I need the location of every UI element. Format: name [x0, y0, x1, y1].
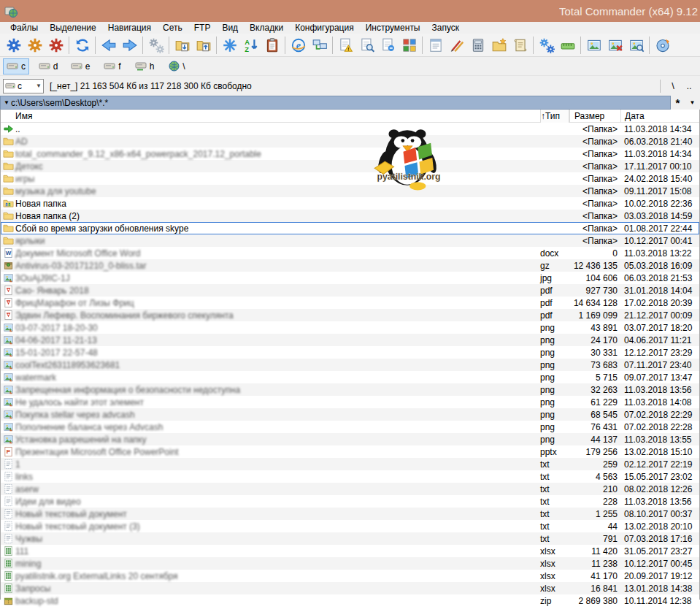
chevron-down-icon[interactable]: ▼: [36, 83, 42, 89]
calculator-icon[interactable]: [467, 35, 488, 56]
gears-gray-icon[interactable]: [145, 35, 166, 56]
menu-item-6[interactable]: Вид: [216, 23, 244, 33]
file-row[interactable]: backup-stdzip2 869 38010.11.2014 12:38: [1, 594, 699, 607]
favorites-button[interactable]: *: [676, 99, 680, 107]
refresh-icon[interactable]: [72, 35, 93, 56]
cd-burn-icon[interactable]: [652, 35, 673, 56]
network-pc-icon[interactable]: [309, 35, 330, 56]
toolbar-separator: [69, 37, 69, 54]
arrow-left-icon[interactable]: [98, 35, 119, 56]
column-header-size[interactable]: Размер: [569, 110, 620, 123]
file-row[interactable]: Antivirus-03-20171210_0-bliss.targz12 43…: [1, 259, 699, 272]
file-row[interactable]: 1txt25902.12.2017 22:19: [1, 458, 699, 470]
file-row[interactable]: Не удалось найти этот элементpng61 22911…: [1, 396, 699, 408]
toolbar-separator: [169, 37, 169, 54]
file-row[interactable]: Новая папка<Папка>10.02.2018 22:36: [1, 197, 699, 210]
file-row[interactable]: Новый текстовый документ (3)txt4413.02.2…: [1, 520, 699, 532]
sort-az-icon[interactable]: AZ: [240, 35, 261, 56]
file-row[interactable]: Новая папка (2)<Папка>03.03.2018 14:59: [1, 210, 699, 222]
gear-orange-icon[interactable]: [24, 35, 45, 56]
drive-button-h[interactable]: h: [131, 58, 158, 74]
drive-button-network[interactable]: \: [164, 58, 190, 74]
ruler-green-icon[interactable]: [557, 35, 578, 56]
file-row[interactable]: PПрезентация Microsoft Office PowerPoint…: [1, 445, 699, 458]
file-row[interactable]: ФрицМарафон от Лизы Фрицpdf14 634 12817.…: [1, 297, 699, 309]
file-row[interactable]: pyatilistnik.org ExternalLinks 20 сентяб…: [1, 570, 699, 582]
drive-selector[interactable]: c ▼: [3, 79, 44, 93]
pack-icon[interactable]: [172, 35, 193, 56]
file-row[interactable]: WДокумент Microsoft Office Worddocx011.0…: [1, 247, 699, 259]
file-row[interactable]: Сао- Январь 2018pdf927 73031.01.2018 14:…: [1, 284, 699, 297]
menu-item-4[interactable]: Сеть: [157, 23, 188, 33]
file-row[interactable]: Покупка stellar через advcashpng68 54507…: [1, 408, 699, 421]
drive-button-d[interactable]: d: [35, 58, 61, 74]
file-row[interactable]: 04-06-2017 11-21-13png24 17004.06.2017 1…: [1, 334, 699, 346]
menu-item-5[interactable]: FTP: [188, 23, 217, 33]
file-row[interactable]: Установка разрешений на папкуpng44 13711…: [1, 433, 699, 445]
menu-item-1[interactable]: Файлы: [4, 23, 44, 33]
file-row[interactable]: AD<Папка>06.03.2018 21:40: [1, 135, 699, 148]
file-date: 10.12.2017 00:45: [620, 559, 699, 569]
menu-item-7[interactable]: Вкладки: [244, 23, 289, 33]
file-row[interactable]: watermarkpng5 71509.07.2017 13:47: [1, 371, 699, 383]
doc-warning-icon[interactable]: [335, 35, 356, 56]
file-row[interactable]: Детокс<Папка>17.11.2017 00:10: [1, 160, 699, 172]
file-date: 01.08.2017 22:44: [620, 223, 699, 234]
parent-dir-button[interactable]: ..: [681, 80, 697, 91]
file-row[interactable]: 03-07-2017 18-20-30png43 89103.07.2017 1…: [1, 321, 699, 334]
file-row[interactable]: игры<Папка>24.02.2018 15:40: [1, 172, 699, 185]
arrow-right-icon[interactable]: [119, 35, 140, 56]
gears-blue-icon[interactable]: [536, 35, 557, 56]
file-row[interactable]: музыка для youtube<Папка>09.11.2017 15:0…: [1, 185, 699, 197]
unpack-icon[interactable]: [193, 35, 214, 56]
clipboard-icon[interactable]: [261, 35, 282, 56]
notepad-icon[interactable]: [425, 35, 446, 56]
menu-item-2[interactable]: Выделение: [44, 23, 102, 33]
file-row[interactable]: total_commander_9.12_x86-x64_powerpack_2…: [1, 148, 699, 160]
drive-button-c[interactable]: c: [3, 58, 29, 74]
file-row[interactable]: Чужвыtxt79107.03.2018 17:16: [1, 532, 699, 545]
asterisk-icon[interactable]: [219, 35, 240, 56]
image-delete-icon[interactable]: [604, 35, 626, 56]
menu-item-9[interactable]: Инструменты: [360, 23, 426, 33]
file-row[interactable]: linkstxt4 56315.05.2017 23:02: [1, 470, 699, 483]
column-header-type[interactable]: ↑Тип: [540, 110, 569, 123]
drive-button-f[interactable]: f: [99, 58, 126, 74]
file-row[interactable]: Идеи для видеоtxt22811.03.2018 13:56: [1, 495, 699, 508]
menu-item-10[interactable]: Запуск: [426, 23, 466, 33]
file-row[interactable]: Эдвин Лефевр. Воспоминания биржевого спе…: [1, 309, 699, 321]
file-row[interactable]: ярлыки<Папка>10.12.2017 00:41: [1, 234, 699, 247]
brushes-icon[interactable]: [446, 35, 467, 56]
column-header-name[interactable]: Имя: [15, 111, 540, 121]
thumbnails-icon[interactable]: [399, 35, 420, 56]
file-row[interactable]: ..<Папка>11.03.2018 14:34: [1, 123, 699, 135]
file-row[interactable]: Запрещенная информация о безопасности не…: [1, 383, 699, 396]
doc-search-icon[interactable]: [356, 35, 377, 56]
column-header-date[interactable]: Дата: [620, 110, 699, 123]
image-viewer-icon[interactable]: [583, 35, 604, 56]
menu-item-3[interactable]: Навигация: [102, 23, 157, 33]
file-row[interactable]: 15-01-2017 22-57-48png30 33112.12.2017 2…: [1, 346, 699, 359]
file-row[interactable]: coolText263118953623681png73 68307.11.20…: [1, 359, 699, 371]
folder-new-icon[interactable]: [488, 35, 509, 56]
root-dir-button[interactable]: \: [665, 80, 681, 91]
menu-item-8[interactable]: Конфигурация: [289, 23, 360, 33]
history-dropdown-button[interactable]: ▼: [690, 99, 696, 106]
file-row[interactable]: Сбой во время загрузки обновления skype<…: [1, 222, 699, 234]
file-row[interactable]: Новый текстовый документtxt1 25508.10.20…: [1, 508, 699, 520]
ie-globe-icon[interactable]: e: [288, 35, 309, 56]
file-row[interactable]: aserwtxt21008.02.2018 12:26: [1, 483, 699, 495]
file-row[interactable]: 3OuAjJ9IC-1Jjpg104 60606.03.2018 21:53: [1, 272, 699, 284]
file-row[interactable]: miningxlsx11 23810.12.2017 00:45: [1, 557, 699, 570]
file-row[interactable]: Пополнение баланса через Advcashpng76 43…: [1, 421, 699, 433]
image-search-icon[interactable]: [626, 35, 647, 56]
file-row[interactable]: 111xlsx11 42031.05.2017 23:27: [1, 545, 699, 557]
file-row[interactable]: Запросыxlsx16 84113.01.2018 14:38: [1, 582, 699, 594]
current-path-bar[interactable]: ▼ c:\Users\sem\Desktop\*.*: [0, 96, 671, 110]
file-size: <Папка>: [569, 223, 620, 234]
gear-red-icon[interactable]: [45, 35, 66, 56]
drive-button-e[interactable]: e: [67, 58, 93, 74]
doc-info-icon[interactable]: [377, 35, 399, 56]
gear-blue-icon[interactable]: [3, 35, 24, 56]
script-icon[interactable]: [509, 35, 531, 56]
